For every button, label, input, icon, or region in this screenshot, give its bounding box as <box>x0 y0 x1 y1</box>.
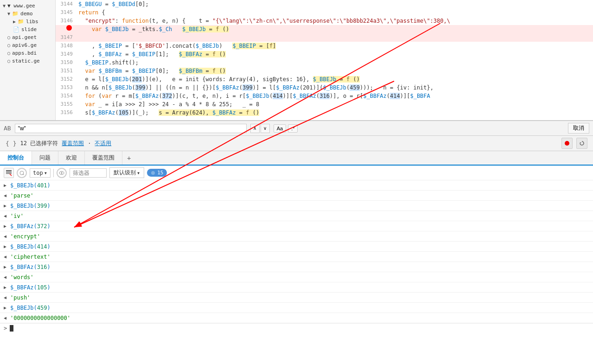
console-row-4[interactable]: ▶ $_BBFAz(372) <box>0 221 593 231</box>
code-line-3156: 3156 s[$_BBFAz(105)](_); s = Array(624),… <box>56 109 593 117</box>
file-sidebar: ▼ ▼ www.gee ▼ 📁 demo ▶ 📁 libs 📄 slide ◯ … <box>0 0 56 120</box>
expand-icon: ▶ <box>4 264 10 269</box>
code-line-3155: 3155 var _ = i[a >>> 2] >>> 24 - a % 4 *… <box>56 100 593 109</box>
sidebar-item-label: slide <box>21 26 37 32</box>
issue-badge[interactable]: 15 <box>147 169 167 177</box>
braces-icon: { } <box>6 140 16 147</box>
breakpoint-indicator <box>66 25 72 31</box>
console-row-12[interactable]: ▶ $_BBEJb(459) <box>0 303 593 313</box>
console-row-13[interactable]: ◀ '0000000000000000' <box>0 313 593 323</box>
expand-icon: ▶ <box>4 224 10 229</box>
find-status-bar: { } 12 已选择字符 覆盖范围 · 不适用 <box>0 136 593 151</box>
console-input-row[interactable]: > <box>0 323 593 333</box>
refresh-icon-btn[interactable] <box>576 138 587 149</box>
no-icon <box>17 168 27 178</box>
console-row-10[interactable]: ▶ $_BBFAz(105) <box>0 282 593 293</box>
record-icon-btn[interactable] <box>561 138 573 149</box>
circle-icon: ◯ <box>7 43 10 48</box>
console-row-11[interactable]: ◀ 'push' <box>0 293 593 303</box>
find-navigation: ∧ ∨ <box>250 124 270 133</box>
row-text: $_BBEJb(414) <box>10 243 589 250</box>
sidebar-item-static[interactable]: ◯ static.ge <box>0 57 55 65</box>
code-lines: 3144 $_BBEGU = $_BBEDd[0]; 3145 return {… <box>56 0 593 117</box>
filter-input[interactable] <box>70 168 107 178</box>
coverage-link[interactable]: 覆盖范围 <box>62 140 84 147</box>
tab-issues[interactable]: 问题 <box>32 151 58 165</box>
console-row-7[interactable]: ◀ 'ciphertext' <box>0 252 593 262</box>
badge-count: 15 <box>157 170 163 176</box>
eye-icon[interactable] <box>57 168 67 178</box>
find-options: Aa .* <box>274 124 298 133</box>
code-line-3154: 3154 for (var r = m[$_BBFAz(372)](c, t, … <box>56 92 593 100</box>
console-row-3[interactable]: ◀ 'iv' <box>0 211 593 221</box>
sidebar-file-icon: 📄 <box>13 26 19 32</box>
svg-rect-2 <box>6 170 12 171</box>
console-row-1[interactable]: ◀ 'parse' <box>0 191 593 201</box>
row-text: $_BBEJb(459) <box>10 305 589 311</box>
svg-rect-5 <box>6 173 12 174</box>
svg-rect-4 <box>6 172 12 173</box>
console-row-2[interactable]: ▶ $_BBEJb(399) <box>0 201 593 211</box>
sidebar-item-www[interactable]: ▼ ▼ www.gee <box>0 2 55 10</box>
code-line-3146: 3146 "encrypt": function(t, e, n) { t = … <box>56 17 593 25</box>
collapse-icon: ◀ <box>4 295 10 300</box>
svg-rect-3 <box>6 172 12 172</box>
sidebar-item-apiv6[interactable]: ◯ apiv6.ge <box>0 41 55 49</box>
tab-coverage[interactable]: 覆盖范围 <box>85 151 122 165</box>
svg-marker-1 <box>580 142 581 143</box>
console-row-0[interactable]: ▶ $_BBEJb(401) <box>0 180 593 191</box>
find-cancel-button[interactable]: 取消 <box>568 123 589 134</box>
row-text: $_BBFAz(372) <box>10 223 589 230</box>
svg-point-0 <box>565 141 569 146</box>
not-applicable-link[interactable]: 不适用 <box>95 140 111 147</box>
console-cursor <box>10 325 13 332</box>
sidebar-item-label: apps.bdi <box>12 50 37 56</box>
find-prev-button[interactable]: ∧ <box>250 124 260 133</box>
console-prompt: > <box>4 325 7 332</box>
console-row-9[interactable]: ◀ 'words' <box>0 272 593 282</box>
match-case-button[interactable]: Aa <box>274 124 286 133</box>
sidebar-item-slide[interactable]: 📄 slide <box>0 26 55 33</box>
sidebar-item-demo[interactable]: ▼ 📁 demo <box>0 10 55 18</box>
log-level-selector[interactable]: 默认级别 ▾ <box>109 167 144 178</box>
console-row-8[interactable]: ▶ $_BBFAz(316) <box>0 262 593 272</box>
regex-button[interactable]: .* <box>288 124 298 133</box>
collapse-icon: ◀ <box>4 254 10 259</box>
console-row-6[interactable]: ▶ $_BBEJb(414) <box>0 242 593 252</box>
row-text: 'push' <box>10 294 589 301</box>
find-input[interactable] <box>15 124 247 133</box>
sidebar-item-libs[interactable]: ▶ 📁 libs <box>0 18 55 26</box>
sidebar-item-label: static.ge <box>12 58 40 64</box>
code-line-3149: 3149 , $_BBFAz = $_BBEIP[1]; $_BBFAz = f… <box>56 50 593 58</box>
svg-line-6 <box>10 174 12 176</box>
context-selector[interactable]: top ▾ <box>30 168 51 178</box>
sidebar-folder-icon: 📁 <box>18 19 24 25</box>
row-text: $_BBFAz(105) <box>10 284 589 291</box>
tab-welcome[interactable]: 欢迎 <box>58 151 85 165</box>
code-line-3148: 3148 , $_BBEIP = ['$_BBFCD'].concat($_BB… <box>56 42 593 50</box>
code-line-3153: 3153 n && n[$_BBEJb(399)] || ((n = n || … <box>56 83 593 92</box>
row-text: '0000000000000000' <box>10 315 589 321</box>
chevron-down-icon: ▼ <box>7 11 10 16</box>
sidebar-item-label: api.geet <box>12 34 37 40</box>
row-text: $_BBEJb(399) <box>10 203 589 209</box>
collapse-icon: ◀ <box>4 193 10 198</box>
code-line-3144: 3144 $_BBEGU = $_BBEDd[0]; <box>56 0 593 8</box>
find-bar: AB ∧ ∨ Aa .* 取消 <box>0 121 593 136</box>
selection-count: 12 已选择字符 <box>20 140 58 147</box>
sidebar-item-api-geet[interactable]: ◯ api.geet <box>0 33 55 41</box>
tab-console[interactable]: 控制台 <box>0 151 32 165</box>
status-icons <box>561 138 587 149</box>
sidebar-item-label: libs <box>26 19 38 25</box>
code-line-3145: 3145 return { <box>56 8 593 17</box>
find-next-button[interactable]: ∨ <box>261 124 270 133</box>
tab-add-button[interactable]: + <box>122 152 135 165</box>
chevron-down-icon: ▾ <box>137 170 140 176</box>
console-row-5[interactable]: ◀ 'encrypt' <box>0 231 593 242</box>
clear-console-button[interactable] <box>4 168 14 178</box>
context-label: top <box>33 170 43 176</box>
collapse-icon: ◀ <box>4 213 10 218</box>
sidebar-item-apps-bdi[interactable]: ◯ apps.bdi <box>0 49 55 57</box>
console-output[interactable]: ▶ $_BBEJb(401) ◀ 'parse' ▶ $_BBEJb(399) … <box>0 180 593 364</box>
expand-icon: ▶ <box>4 305 10 310</box>
